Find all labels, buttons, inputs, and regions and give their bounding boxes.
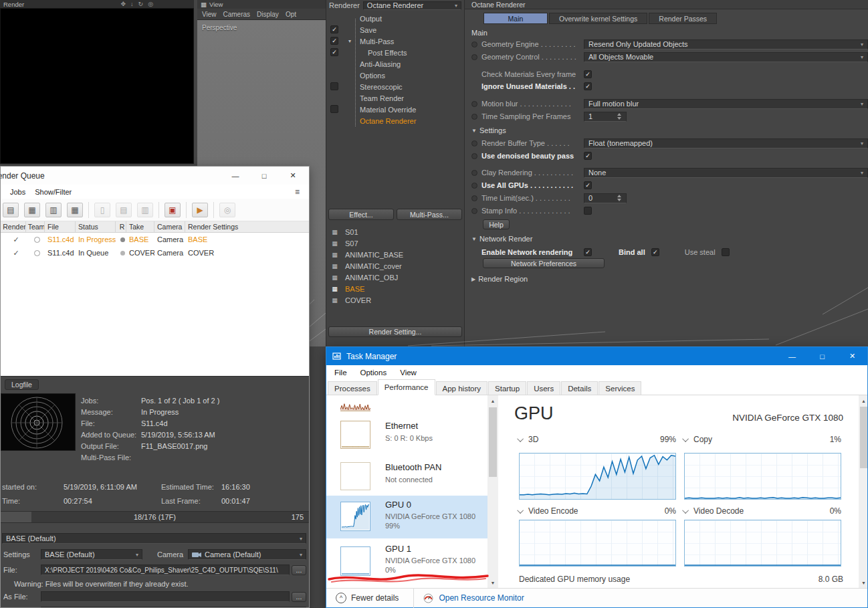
logfile-tab[interactable]: Logfile xyxy=(5,379,39,390)
camera-dropdown[interactable]: Camera (Default)▾ xyxy=(188,549,306,560)
tab-users[interactable]: Users xyxy=(527,381,560,395)
scrollbar-thumb[interactable] xyxy=(489,407,497,477)
section-render-region[interactable]: ▶Render Region xyxy=(471,274,528,284)
as-file-input[interactable] xyxy=(41,591,290,602)
render-buffer-dropdown[interactable]: Float (tonemapped)▾ xyxy=(584,138,868,148)
spinner-arrows[interactable] xyxy=(617,113,622,120)
anim-dot-icon[interactable] xyxy=(471,140,477,146)
chart-head-copy[interactable]: Copy 1% xyxy=(684,434,841,445)
tree-item-anti-aliasing[interactable]: Anti-Aliasing xyxy=(326,58,464,70)
file-path-input[interactable]: X:\PROJECT 2019\0426 Co&Co_Philips_Shave… xyxy=(41,565,290,575)
start-render-all-icon[interactable]: ▥ xyxy=(45,203,62,217)
menu-jobs[interactable]: Jobs xyxy=(10,188,25,196)
tab-services[interactable]: Services xyxy=(599,381,641,395)
settings-dropdown[interactable]: BASE (Default)▾ xyxy=(41,549,142,560)
take-item-animatic-base[interactable]: ▦ANIMATIC_BASE xyxy=(326,249,464,260)
render-viewport[interactable] xyxy=(0,8,194,164)
take-item-animatic-cover[interactable]: ▦ANIMATIC_cover xyxy=(326,260,464,272)
menu-show-filter[interactable]: Show/Filter xyxy=(35,188,72,196)
tree-item-multipass[interactable]: ✓▾Multi-Pass xyxy=(326,35,464,47)
network-preferences-button[interactable]: Network Preferences xyxy=(483,258,605,268)
anim-dot-icon[interactable] xyxy=(471,54,477,60)
scroll-up-icon[interactable]: ▲ xyxy=(859,395,867,406)
multipass-checkbox[interactable]: ✓ xyxy=(330,37,338,45)
render-queue-titlebar[interactable]: Render Queue — □ ✕ xyxy=(1,167,309,185)
scrollbar-thumb[interactable] xyxy=(860,407,867,468)
team-toggle[interactable] xyxy=(34,237,40,243)
anim-dot-icon[interactable] xyxy=(471,208,477,214)
tree-item-stereoscopic[interactable]: Stereoscopic xyxy=(326,81,464,92)
tab-main[interactable]: Main xyxy=(483,13,548,24)
take-item-s07[interactable]: ▦S07 xyxy=(326,237,464,249)
geometry-control-dropdown[interactable]: All Objects Movable▾ xyxy=(584,52,868,62)
tab-performance[interactable]: Performance xyxy=(378,379,435,395)
section-settings[interactable]: ▼Settings xyxy=(471,126,506,135)
anim-dot-icon[interactable] xyxy=(471,114,477,120)
ignore-unused-checkbox[interactable]: ✓ xyxy=(584,82,592,90)
tab-processes[interactable]: Processes xyxy=(328,381,377,395)
take-item-base[interactable]: ▦BASE xyxy=(326,283,464,294)
menu-view[interactable]: View xyxy=(400,369,417,377)
render-setting-button[interactable]: Render Setting... xyxy=(328,326,462,337)
menu-options[interactable]: Opt xyxy=(286,11,296,18)
render-checkbox[interactable]: ✓ xyxy=(10,235,19,244)
sidebar-scrollbar[interactable]: ▲ ▼ xyxy=(487,395,498,588)
queue-row-2[interactable]: ✓ S11.c4d In Queue COVER Camera COVER xyxy=(1,246,309,260)
material-override-checkbox[interactable] xyxy=(330,105,338,113)
tab-overwrite-kernel-settings[interactable]: Overwrite kernel Settings xyxy=(549,13,647,24)
tree-item-output[interactable]: Output xyxy=(326,13,464,24)
browse-as-file-button[interactable]: ... xyxy=(292,592,306,602)
hamburger-icon[interactable]: ≡ xyxy=(295,187,300,197)
multipass-button[interactable]: Multi-Pass... xyxy=(397,209,462,220)
tab-startup[interactable]: Startup xyxy=(488,381,526,395)
effect-button[interactable]: Effect... xyxy=(328,209,394,220)
denoised-checkbox[interactable]: ✓ xyxy=(584,152,592,160)
chart-head-video-encode[interactable]: Video Encode 0% xyxy=(519,506,676,516)
post-effects-checkbox[interactable]: ✓ xyxy=(330,48,338,56)
column-view-icon[interactable]: ▯ xyxy=(94,203,110,217)
tree-item-octane-renderer[interactable]: Octane Renderer xyxy=(326,115,464,126)
anim-dot-icon[interactable] xyxy=(471,101,477,107)
browse-file-button[interactable]: ... xyxy=(292,565,306,575)
anim-dot-icon[interactable] xyxy=(471,170,477,176)
close-button[interactable]: ✕ xyxy=(837,347,867,365)
take-item-animatic-obj[interactable]: ▦ANIMATIC_OBJ xyxy=(326,272,464,283)
load-image-icon[interactable]: ▦ xyxy=(24,203,40,217)
renderer-engine-dropdown[interactable]: Octane Renderer ▾ xyxy=(363,1,461,10)
team-toggle[interactable] xyxy=(34,250,40,256)
sidebar-item-gpu0[interactable]: GPU 0 NVIDIA GeForce GTX 1080 99% xyxy=(326,496,487,538)
spinner-arrows[interactable] xyxy=(617,195,622,201)
menu-display[interactable]: Display xyxy=(257,11,279,18)
all-gpus-checkbox[interactable]: ✓ xyxy=(584,181,592,189)
check-materials-checkbox[interactable]: ✓ xyxy=(584,70,592,78)
chart-head-3d[interactable]: 3D 99% xyxy=(519,434,676,445)
dropdown-icon[interactable]: ↓ xyxy=(130,1,134,7)
section-network-render[interactable]: ▼Network Render xyxy=(471,234,532,243)
scroll-down-icon[interactable]: ▼ xyxy=(487,577,498,588)
pan-icon[interactable]: ✥ xyxy=(121,1,126,7)
maximize-button[interactable]: □ xyxy=(251,167,278,185)
bind-all-checkbox[interactable]: ✓ xyxy=(651,248,659,256)
scroll-down-icon[interactable]: ▼ xyxy=(859,577,867,588)
tree-item-post-effects[interactable]: ✓Post Effects xyxy=(326,47,464,58)
help-button[interactable]: Help xyxy=(483,219,510,229)
anim-dot-icon[interactable] xyxy=(471,195,477,201)
menu-cameras[interactable]: Cameras xyxy=(223,11,251,18)
viewport-camera-label[interactable]: Perspective xyxy=(202,24,237,31)
menu-file[interactable]: File xyxy=(334,369,347,377)
tree-item-save[interactable]: ✓Save xyxy=(326,24,464,35)
tree-item-options[interactable]: Options xyxy=(326,70,464,81)
tab-render-passes[interactable]: Render Passes xyxy=(649,13,717,24)
open-picture-viewer-icon[interactable]: ▶ xyxy=(192,203,208,217)
copy-table-icon[interactable]: ▤ xyxy=(116,203,132,217)
take-dropdown[interactable]: BASE (Default)▾ xyxy=(2,533,306,544)
tree-item-material-override[interactable]: Material Override xyxy=(326,104,464,115)
fewer-details-label[interactable]: Fewer details xyxy=(351,593,399,603)
queue-row-1[interactable]: ✓ S11.c4d In Progress BASE Camera BASE xyxy=(1,233,309,246)
main-scrollbar[interactable]: ▲ ▼ xyxy=(859,395,867,588)
stop-render-icon[interactable]: ▣ xyxy=(165,203,181,217)
close-button[interactable]: ✕ xyxy=(280,167,306,185)
use-steal-checkbox[interactable] xyxy=(722,248,730,256)
stereoscopic-checkbox[interactable] xyxy=(330,82,338,90)
clay-dropdown[interactable]: None▾ xyxy=(584,168,868,178)
